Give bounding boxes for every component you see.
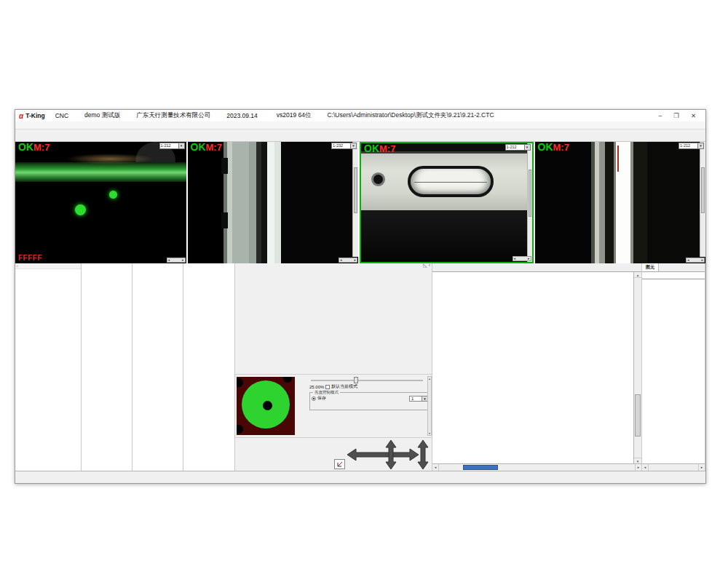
feature-list-3 bbox=[132, 263, 183, 471]
camera-views: FFFFF OKM:7 1-212▾ ◂▸ OKM:7 1-232▾ ◂▸ OK… bbox=[15, 142, 705, 263]
magnification-slider[interactable] bbox=[311, 376, 423, 383]
element-hscrollbar[interactable]: ◂▸ bbox=[642, 463, 705, 471]
ring-light-preview[interactable] bbox=[237, 377, 295, 435]
camera-vscrollbar[interactable] bbox=[352, 142, 358, 257]
camera-view-2[interactable]: OKM:7 1-232▾ ◂▸ bbox=[188, 142, 359, 263]
build-date: 2023.09.14 bbox=[226, 112, 258, 119]
diagonal-arrow-icon bbox=[336, 461, 344, 468]
build-info: vs2019 64位 bbox=[277, 111, 312, 120]
camera-hscrollbar[interactable]: ◂▸ bbox=[339, 258, 357, 263]
corner-dot bbox=[237, 425, 243, 434]
camera-zoom-select[interactable]: 1-232▾ bbox=[331, 143, 357, 149]
brightness-mode-group: 亮度控制模式 保存 1▾ bbox=[309, 392, 430, 410]
laser-band bbox=[15, 162, 186, 182]
camera-vscrollbar[interactable] bbox=[700, 142, 705, 257]
camera-tag: FFFFF bbox=[18, 254, 42, 262]
feature-list-1: ‹ bbox=[15, 263, 81, 471]
status-overlay: OKM:7 bbox=[191, 142, 222, 153]
glow-highlight bbox=[66, 154, 154, 164]
magnification-value: 25.00% bbox=[309, 385, 324, 389]
list-scroll-hint[interactable]: ‹ bbox=[15, 263, 81, 269]
close-button[interactable]: ✕ bbox=[691, 112, 696, 119]
tab-element[interactable]: 图元 bbox=[642, 263, 659, 271]
camera-view-3-active[interactable]: OKM:7 1-212▾ ◂▸ bbox=[360, 142, 534, 263]
app-window: α T-King CNC demo 测试版 广东天行测量技术有限公司 2023.… bbox=[15, 109, 706, 484]
status-bar bbox=[15, 471, 705, 483]
light-control-panel: 25.00% 默认当前模式 亮度控制模式 保存 1▾ bbox=[235, 375, 432, 438]
camera-view-4[interactable]: OKM:7 1-212▾ ◂▸ bbox=[535, 142, 706, 263]
camera-2-image bbox=[188, 142, 359, 263]
element-panel: 图元 ◂▸ bbox=[642, 263, 705, 471]
maximize-button[interactable]: ❐ bbox=[673, 112, 679, 119]
chevron-down-icon[interactable]: ▾ bbox=[351, 143, 357, 149]
scroll-right-icon[interactable]: ▸ bbox=[635, 464, 641, 471]
camera-view-1[interactable]: FFFFF OKM:7 1-212▾ ◂▸ bbox=[15, 142, 186, 263]
status-overlay: OKM:7 bbox=[18, 142, 50, 153]
light-options: 25.00% 默认当前模式 亮度控制模式 保存 1▾ bbox=[308, 375, 432, 437]
corner-dot bbox=[237, 378, 243, 387]
corner-dot bbox=[283, 377, 292, 383]
chevron-down-icon: ▾ bbox=[422, 396, 427, 401]
element-table-header bbox=[642, 272, 705, 279]
status-overlay: OKM:7 bbox=[364, 143, 395, 154]
camera-zoom-select[interactable]: 1-212▾ bbox=[505, 144, 531, 151]
chevron-down-icon[interactable]: ▾ bbox=[698, 143, 704, 149]
metal-plate bbox=[361, 151, 527, 210]
company-name: 广东天行测量技术有限公司 bbox=[136, 111, 210, 120]
toolbar bbox=[15, 129, 705, 142]
open-file-path: C:\Users\Administrator\Desktop\测试文件夹\9.2… bbox=[327, 111, 494, 120]
menu-bar bbox=[15, 121, 705, 129]
slot-feature bbox=[408, 166, 494, 197]
light-mode-buttons bbox=[296, 375, 306, 437]
camera-hscrollbar[interactable]: ◂▸ bbox=[513, 256, 531, 261]
axis-values bbox=[235, 438, 341, 471]
splitter-icon[interactable]: ◺ ‹ bbox=[423, 263, 430, 268]
app-name: CNC bbox=[55, 112, 68, 119]
minimize-button[interactable]: – bbox=[659, 112, 662, 119]
status-overlay: OKM:7 bbox=[538, 142, 569, 153]
camera-zoom-select[interactable]: 1-212▾ bbox=[678, 143, 704, 149]
scroll-left-icon[interactable]: ◂ bbox=[432, 464, 439, 471]
scroll-up-icon[interactable]: ▴ bbox=[634, 272, 641, 278]
feature-list-2 bbox=[82, 263, 132, 471]
camera-zoom-select[interactable]: 1-212▾ bbox=[159, 143, 185, 149]
chevron-down-icon[interactable]: ▾ bbox=[525, 144, 531, 151]
results-table-panel: ▴ ▾ ◂ ▸ bbox=[432, 263, 641, 471]
measure-tool-palette: ◺ ‹ bbox=[235, 263, 432, 375]
brand-name: T-King bbox=[25, 112, 44, 119]
camera-3-image bbox=[361, 143, 532, 262]
default-mode-label: 默认当前模式 bbox=[331, 383, 357, 390]
feature-list-4 bbox=[183, 263, 234, 471]
scroll-down-icon[interactable]: ▾ bbox=[634, 458, 641, 463]
app-logo-icon: α bbox=[19, 112, 23, 120]
center-panel: ◺ ‹ 25.00% 默认当前模式 bbox=[235, 263, 432, 471]
camera-hscrollbar[interactable]: ◂▸ bbox=[686, 258, 705, 263]
results-tabs bbox=[432, 263, 641, 272]
hscroll-thumb[interactable] bbox=[463, 465, 498, 470]
jog-arrows-icon[interactable] bbox=[346, 439, 433, 471]
red-marker-line bbox=[617, 146, 619, 172]
results-vscrollbar[interactable]: ▴ ▾ bbox=[633, 272, 641, 463]
green-dot bbox=[109, 191, 117, 199]
green-dot bbox=[75, 204, 86, 215]
save-radio-label: 保存 bbox=[317, 395, 326, 402]
diagonal-jog-button[interactable] bbox=[334, 459, 345, 469]
workspace: ‹ ◺ ‹ 25.00% bbox=[15, 263, 705, 471]
results-grid bbox=[432, 272, 633, 463]
camera-4-image bbox=[535, 142, 706, 263]
default-mode-checkbox[interactable] bbox=[325, 385, 330, 389]
dro-readout bbox=[235, 438, 432, 471]
camera-hscrollbar[interactable]: ◂▸ bbox=[167, 258, 186, 263]
save-radio[interactable] bbox=[312, 396, 316, 401]
options-vscrollbar[interactable]: ▴▾ bbox=[427, 376, 432, 436]
group-title: 亮度控制模式 bbox=[313, 390, 340, 395]
chevron-down-icon[interactable]: ▾ bbox=[179, 143, 185, 149]
title-bar: α T-King CNC demo 测试版 广东天行测量技术有限公司 2023.… bbox=[15, 110, 705, 121]
hole-feature bbox=[373, 175, 383, 184]
page: { "window":{ "logo":"α","brand":"T-King"… bbox=[0, 0, 728, 574]
save-slot-select[interactable]: 1▾ bbox=[409, 396, 428, 402]
results-hscrollbar[interactable]: ◂ ▸ bbox=[432, 463, 641, 471]
camera-vscrollbar[interactable] bbox=[527, 143, 532, 262]
camera-1-image: FFFFF bbox=[15, 142, 186, 263]
app-mode: demo 测试版 bbox=[84, 111, 120, 120]
